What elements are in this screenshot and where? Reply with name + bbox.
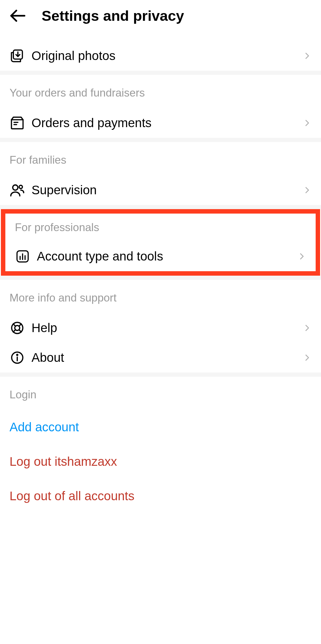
section-header-families: For families	[0, 142, 321, 175]
people-icon	[10, 182, 25, 198]
chevron-right-icon	[303, 186, 311, 195]
info-icon	[10, 350, 25, 365]
row-label: Supervision	[32, 183, 303, 197]
svg-point-7	[19, 185, 23, 189]
chevron-right-icon	[303, 119, 311, 127]
svg-point-20	[17, 354, 18, 355]
svg-line-15	[19, 324, 21, 326]
svg-line-14	[13, 324, 15, 326]
svg-line-17	[19, 330, 21, 332]
section-header-orders: Your orders and fundraisers	[0, 75, 321, 108]
row-supervision[interactable]: Supervision	[0, 175, 321, 205]
download-photo-icon	[10, 48, 25, 64]
chart-box-icon	[15, 249, 30, 264]
lifebuoy-icon	[10, 320, 25, 336]
chevron-right-icon	[303, 353, 311, 362]
header-bar: Settings and privacy	[0, 0, 321, 35]
add-account-button[interactable]: Add account	[0, 410, 321, 444]
chevron-right-icon	[297, 252, 306, 261]
section-header-support: More info and support	[0, 280, 321, 313]
svg-line-16	[13, 330, 15, 332]
back-button[interactable]	[9, 5, 30, 26]
svg-point-6	[13, 185, 18, 190]
row-label: About	[32, 351, 303, 365]
package-icon	[10, 115, 25, 131]
highlight-professionals: For professionals Account type and tools	[1, 209, 320, 276]
arrow-left-icon	[9, 7, 27, 25]
row-label: Account type and tools	[37, 249, 297, 263]
row-about[interactable]: About	[0, 343, 321, 372]
row-label: Help	[32, 321, 303, 335]
logout-all-button[interactable]: Log out of all accounts	[0, 479, 321, 513]
chevron-right-icon	[303, 323, 311, 332]
row-orders-payments[interactable]: Orders and payments	[0, 108, 321, 138]
row-help[interactable]: Help	[0, 313, 321, 343]
row-original-photos[interactable]: Original photos	[0, 41, 321, 71]
page-title: Settings and privacy	[42, 7, 184, 24]
logout-user-button[interactable]: Log out itshamzaxx	[0, 444, 321, 479]
row-label: Original photos	[32, 49, 303, 63]
section-header-professionals: For professionals	[5, 214, 316, 241]
row-label: Orders and payments	[32, 116, 303, 130]
chevron-right-icon	[303, 51, 311, 60]
section-header-login: Login	[0, 377, 321, 410]
row-account-type-tools[interactable]: Account type and tools	[5, 241, 316, 271]
